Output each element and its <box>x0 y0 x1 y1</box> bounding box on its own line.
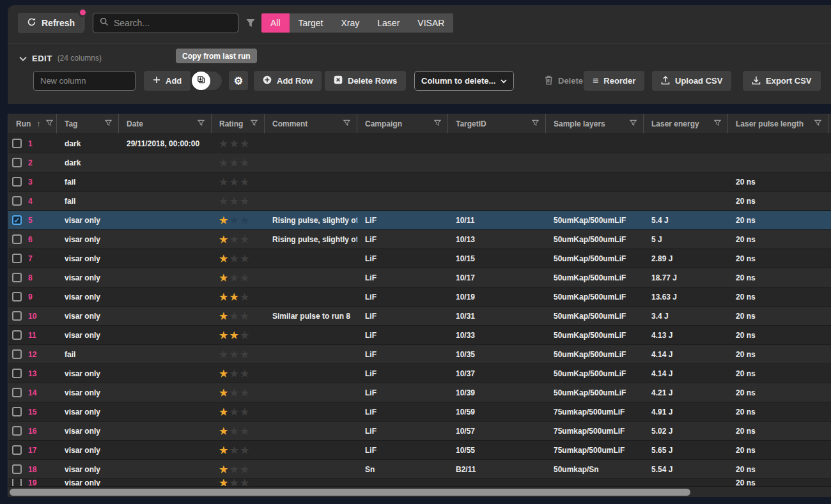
upload-csv-button[interactable]: Upload CSV <box>652 71 731 91</box>
star-icon[interactable]: ★ <box>240 215 249 225</box>
star-icon[interactable]: ★ <box>229 215 238 225</box>
tab-target[interactable]: Target <box>290 13 332 33</box>
column-header-tag[interactable]: Tag <box>57 114 119 134</box>
rating-stars[interactable]: ★★★ <box>219 139 249 148</box>
column-filter-icon[interactable] <box>105 119 112 128</box>
star-icon[interactable]: ★ <box>229 254 238 263</box>
table-row[interactable]: ✓5visar only★★★Rising pulse, slightly of… <box>8 211 831 230</box>
star-icon[interactable]: ★ <box>240 177 249 187</box>
star-icon[interactable]: ★ <box>219 464 228 474</box>
star-icon[interactable]: ★ <box>219 254 228 263</box>
star-icon[interactable]: ★ <box>229 464 238 474</box>
star-icon[interactable]: ★ <box>229 407 238 416</box>
table-row[interactable]: 18visar only★★★SnB2/1150umkap/Sn5.54 J20… <box>8 460 831 479</box>
table-row[interactable]: 11visar only★★★LiF10/3350umKap/500umLiF4… <box>8 326 831 345</box>
star-icon[interactable]: ★ <box>240 479 249 486</box>
star-icon[interactable]: ★ <box>240 273 249 282</box>
row-checkbox[interactable] <box>12 426 22 436</box>
star-icon[interactable]: ★ <box>229 479 238 486</box>
table-row[interactable]: 14visar only★★★LiF10/3950umKap/500umLiF4… <box>8 383 831 402</box>
star-icon[interactable]: ★ <box>240 311 249 321</box>
tab-visar[interactable]: VISAR <box>408 13 453 33</box>
table-row[interactable]: 10visar only★★★Similar pulse to run 8LiF… <box>8 307 831 326</box>
table-row[interactable]: 16visar only★★★LiF10/5775umkap/500umLiF5… <box>8 422 831 441</box>
sort-asc-icon[interactable]: ↑ <box>36 119 40 128</box>
star-icon[interactable]: ★ <box>219 388 228 397</box>
rating-stars[interactable]: ★★★ <box>219 273 249 282</box>
new-column-input[interactable] <box>33 71 136 91</box>
column-header-targetid[interactable]: TargetID <box>448 114 546 134</box>
star-icon[interactable]: ★ <box>229 349 238 359</box>
row-checkbox[interactable] <box>12 464 22 474</box>
refresh-button[interactable]: Refresh <box>18 13 84 33</box>
filter-icon[interactable] <box>245 18 256 31</box>
rating-stars[interactable]: ★★★ <box>219 426 249 436</box>
column-to-delete-select[interactable]: Column to delete... <box>414 71 514 91</box>
delete-rows-button[interactable]: Delete Rows <box>325 71 406 91</box>
tab-all[interactable]: All <box>261 13 290 33</box>
row-checkbox[interactable] <box>12 292 22 302</box>
rating-stars[interactable]: ★★★ <box>219 330 249 340</box>
row-checkbox[interactable] <box>12 311 22 321</box>
star-icon[interactable]: ★ <box>219 407 228 416</box>
horizontal-scrollbar[interactable] <box>8 486 831 497</box>
column-filter-icon[interactable] <box>434 119 441 128</box>
row-checkbox[interactable] <box>12 177 22 187</box>
star-icon[interactable]: ★ <box>219 445 228 455</box>
add-column-button[interactable]: Add <box>144 71 190 91</box>
rating-stars[interactable]: ★★★ <box>219 464 249 474</box>
table-row[interactable]: 19visar only★★★20 ns <box>8 479 831 486</box>
row-checkbox[interactable] <box>12 349 22 359</box>
table-row[interactable]: 17visar only★★★LiF10/5575umkap/500umLiF5… <box>8 441 831 460</box>
settings-button[interactable]: ⚙ <box>229 71 248 90</box>
table-row[interactable]: 3fail★★★20 ns <box>8 172 831 192</box>
table-row[interactable]: 1dark29/11/2018, 00:00:00★★★ <box>8 134 831 153</box>
table-row[interactable]: 6visar only★★★Rising pulse, slightly of.… <box>8 230 831 249</box>
table-row[interactable]: 13visar only★★★LiF10/3750umKap/500umLiF4… <box>8 364 831 383</box>
rating-stars[interactable]: ★★★ <box>219 445 249 455</box>
star-icon[interactable]: ★ <box>219 273 228 282</box>
rating-stars[interactable]: ★★★ <box>219 349 249 359</box>
star-icon[interactable]: ★ <box>229 273 238 282</box>
column-header-rating[interactable]: Rating <box>212 114 265 134</box>
star-icon[interactable]: ★ <box>240 254 249 263</box>
rating-stars[interactable]: ★★★ <box>219 177 249 187</box>
rating-stars[interactable]: ★★★ <box>219 311 249 321</box>
star-icon[interactable]: ★ <box>240 292 249 302</box>
column-filter-icon[interactable] <box>251 119 258 128</box>
reorder-button[interactable]: ≡ Reorder <box>584 71 644 91</box>
star-icon[interactable]: ★ <box>240 349 249 359</box>
table-row[interactable]: 12fail★★★LiF10/3550umKap/500umLiF4.14 J2… <box>8 345 831 364</box>
star-icon[interactable]: ★ <box>219 369 228 378</box>
star-icon[interactable]: ★ <box>240 445 249 455</box>
star-icon[interactable]: ★ <box>219 196 228 206</box>
row-checkbox[interactable] <box>12 330 22 340</box>
star-icon[interactable]: ★ <box>229 311 238 321</box>
edit-section-header[interactable]: EDIT (24 columns) <box>19 52 102 64</box>
star-icon[interactable]: ★ <box>229 292 238 302</box>
scrollbar-thumb[interactable] <box>10 489 690 496</box>
column-header-run[interactable]: Run↑ <box>8 114 57 134</box>
star-icon[interactable]: ★ <box>240 158 249 167</box>
star-icon[interactable]: ★ <box>229 177 238 187</box>
star-icon[interactable]: ★ <box>219 311 228 321</box>
star-icon[interactable]: ★ <box>229 445 238 455</box>
row-checkbox[interactable] <box>12 407 22 416</box>
star-icon[interactable]: ★ <box>240 139 249 148</box>
star-icon[interactable]: ★ <box>229 196 238 206</box>
star-icon[interactable]: ★ <box>240 369 249 378</box>
add-row-button[interactable]: Add Row <box>254 71 322 91</box>
star-icon[interactable]: ★ <box>219 177 228 187</box>
tab-laser[interactable]: Laser <box>368 13 408 33</box>
search-input[interactable] <box>114 18 231 28</box>
star-icon[interactable]: ★ <box>240 464 249 474</box>
star-icon[interactable]: ★ <box>240 388 249 397</box>
star-icon[interactable]: ★ <box>219 139 228 148</box>
column-filter-icon[interactable] <box>630 119 637 128</box>
row-checkbox[interactable] <box>12 196 22 206</box>
star-icon[interactable]: ★ <box>240 196 249 206</box>
column-header-comment[interactable]: Comment <box>265 114 357 134</box>
copy-from-last-run-button[interactable]: Copy from last run <box>176 49 257 63</box>
rating-stars[interactable]: ★★★ <box>219 158 249 167</box>
search-box[interactable] <box>93 13 238 33</box>
